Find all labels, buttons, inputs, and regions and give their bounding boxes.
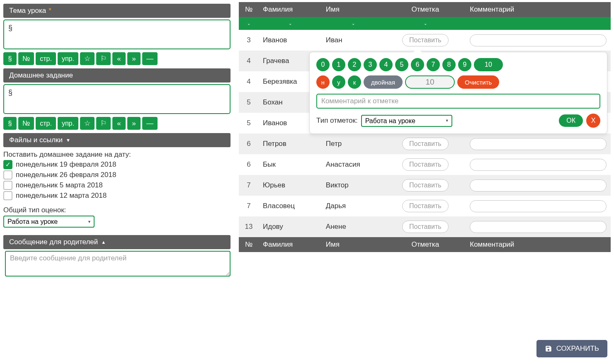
- status-y-button[interactable]: у: [332, 75, 345, 89]
- cell-comment: [466, 133, 611, 154]
- popover-type-select[interactable]: Работа на уроке: [361, 115, 452, 127]
- cell-mark: Поставить: [385, 154, 466, 175]
- homework-header: Домашнее задание: [3, 68, 231, 83]
- grade-button-1[interactable]: 1: [332, 58, 345, 71]
- cell-num: 5: [239, 92, 259, 113]
- hw-date-option[interactable]: понедельник 12 марта 2018: [3, 191, 231, 200]
- checkbox[interactable]: [3, 181, 12, 190]
- set-grade-button[interactable]: Поставить: [402, 138, 449, 150]
- insert-button[interactable]: стр.: [36, 117, 56, 130]
- insert-button[interactable]: «: [112, 117, 126, 130]
- cell-num: 4: [239, 71, 259, 92]
- right-panel: № Фамилия Имя Отметка Комментарий ⌄ ⌄ ⌄ …: [239, 2, 611, 252]
- insert-button[interactable]: ⚐: [96, 117, 111, 130]
- grade-type-popover-label: Тип отметок:: [316, 116, 358, 125]
- grade-button-7[interactable]: 7: [427, 58, 440, 71]
- insert-button[interactable]: »: [127, 52, 141, 65]
- insert-button[interactable]: ⚐: [96, 52, 111, 65]
- set-grade-button[interactable]: Поставить: [402, 200, 449, 212]
- checkbox[interactable]: ✓: [3, 160, 12, 169]
- homework-input[interactable]: §: [3, 84, 231, 114]
- parents-message-input[interactable]: [5, 251, 231, 277]
- grade-button-6[interactable]: 6: [411, 58, 424, 71]
- checkbox[interactable]: [3, 170, 12, 180]
- grade-button-0[interactable]: 0: [316, 58, 330, 71]
- grade-type-select[interactable]: Работа на уроке: [3, 216, 95, 228]
- grade-button-2[interactable]: 2: [348, 58, 361, 71]
- grade-button-9[interactable]: 9: [458, 58, 471, 71]
- table-row: 13ИдовуАненеПоставить: [239, 216, 611, 237]
- grade-buttons-row: 012345678910: [316, 58, 600, 71]
- insert-button[interactable]: стр.: [36, 52, 56, 65]
- grade-comment-input[interactable]: [316, 94, 600, 109]
- homework-header-text: Домашнее задание: [9, 71, 73, 80]
- files-header[interactable]: Файлы и ссылки ▼: [3, 133, 231, 147]
- cell-comment: [466, 154, 611, 175]
- col-num: №: [239, 2, 259, 17]
- close-button[interactable]: X: [586, 114, 600, 128]
- insert-button[interactable]: §: [3, 52, 17, 65]
- cell-comment: [466, 216, 611, 237]
- set-grade-button[interactable]: Поставить: [402, 179, 449, 192]
- status-n-button[interactable]: н: [316, 75, 330, 89]
- row-comment-input[interactable]: [470, 34, 607, 46]
- cell-num: 4: [239, 51, 259, 71]
- hw-date-option[interactable]: понедельник 5 марта 2018: [3, 181, 231, 190]
- grade-button-4[interactable]: 4: [379, 58, 393, 71]
- cell-surname: Власовец: [259, 196, 322, 216]
- set-grade-button[interactable]: Поставить: [402, 34, 449, 46]
- insert-button[interactable]: —: [142, 117, 158, 130]
- row-comment-input[interactable]: [470, 138, 607, 150]
- insert-button[interactable]: упр.: [58, 117, 78, 130]
- topic-insert-toolbar: §№стр.упр.☆⚐«»—: [3, 52, 231, 65]
- insert-button[interactable]: »: [127, 117, 141, 130]
- checkbox[interactable]: [3, 191, 12, 200]
- insert-button[interactable]: упр.: [58, 52, 78, 65]
- insert-button[interactable]: ☆: [80, 52, 95, 65]
- grade-button-8[interactable]: 8: [442, 58, 456, 71]
- row-comment-input[interactable]: [470, 221, 607, 233]
- set-grade-button[interactable]: Поставить: [402, 158, 449, 171]
- cell-comment: [466, 30, 611, 51]
- insert-button[interactable]: §: [3, 117, 17, 130]
- ok-button[interactable]: ОК: [559, 114, 583, 127]
- status-k-button[interactable]: к: [348, 75, 361, 89]
- hw-date-label: понедельник 12 марта 2018: [16, 192, 107, 200]
- hw-date-option[interactable]: ✓понедельник 19 февраля 2018: [3, 160, 231, 169]
- hw-date-label: понедельник 19 февраля 2018: [16, 160, 116, 169]
- table-row: 6ПетровПетрПоставить: [239, 133, 611, 154]
- cell-mark: Поставить: [385, 30, 466, 51]
- cell-num: 6: [239, 154, 259, 175]
- table-expand-row[interactable]: ⌄ ⌄ ⌄ ⌄: [239, 17, 611, 30]
- grade-button-5[interactable]: 5: [395, 58, 408, 71]
- hw-date-option[interactable]: понедельник 26 февраля 2018: [3, 170, 231, 180]
- set-grade-button[interactable]: Поставить: [402, 221, 449, 233]
- topic-input[interactable]: §: [3, 19, 231, 49]
- cell-surname: Юрьев: [259, 175, 322, 196]
- hw-date-label: понедельник 26 февраля 2018: [16, 171, 116, 179]
- row-comment-input[interactable]: [470, 159, 607, 171]
- homework-insert-toolbar: §№стр.упр.☆⚐«»—: [3, 117, 231, 130]
- cell-num: 13: [239, 216, 259, 237]
- insert-button[interactable]: №: [18, 117, 34, 130]
- insert-button[interactable]: «: [112, 52, 126, 65]
- cell-num: 7: [239, 175, 259, 196]
- parents-header[interactable]: Сообщение для родителей ▲: [3, 235, 231, 249]
- double-grade-button[interactable]: двойная: [364, 75, 403, 89]
- insert-button[interactable]: —: [142, 52, 158, 65]
- cell-surname: Петров: [259, 133, 322, 154]
- hw-date-label: понедельник 5 марта 2018: [16, 181, 103, 189]
- clear-grade-button[interactable]: Очистить: [457, 75, 499, 89]
- insert-button[interactable]: ☆: [80, 117, 95, 130]
- grade-extra-row: н у к двойная 10 Очистить: [316, 75, 600, 89]
- row-comment-input[interactable]: [470, 200, 607, 212]
- grade-button-10[interactable]: 10: [474, 58, 503, 71]
- row-comment-input[interactable]: [470, 180, 607, 192]
- popover-footer: Тип отметок: Работа на уроке ОК X: [316, 114, 600, 128]
- cell-name: Дарья: [322, 196, 385, 216]
- insert-button[interactable]: №: [18, 52, 34, 65]
- grade-button-3[interactable]: 3: [364, 58, 377, 71]
- cell-mark: Поставить: [385, 196, 466, 216]
- cell-name: Анене: [322, 216, 385, 237]
- cell-mark: Поставить: [385, 133, 466, 154]
